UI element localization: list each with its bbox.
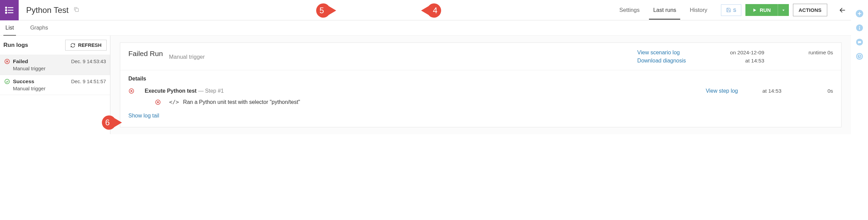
annotation-marker-5: 5: [315, 3, 337, 18]
run-status: Failed: [13, 58, 28, 65]
rail-add-icon[interactable]: [855, 10, 864, 18]
fail-icon: [4, 58, 10, 65]
step-time: at 14:53: [738, 88, 806, 94]
info-icon: [856, 24, 863, 32]
svg-marker-7: [754, 8, 756, 12]
rail-chat-icon[interactable]: [855, 38, 864, 46]
svg-point-2: [5, 10, 7, 11]
detail-title: Failed Run: [128, 50, 163, 58]
chat-icon: [856, 38, 863, 46]
refresh-label: REFRESH: [78, 42, 102, 48]
step-number: — Step #1: [197, 88, 224, 94]
refresh-button[interactable]: REFRESH: [65, 40, 107, 51]
run-dropdown[interactable]: [778, 4, 789, 16]
svg-point-0: [5, 7, 7, 8]
page-title: Python Test: [26, 5, 69, 15]
run-button[interactable]: RUN: [745, 4, 778, 16]
svg-point-24: [859, 26, 860, 27]
annotation-marker-6: 6: [101, 115, 123, 130]
save-button[interactable]: S: [721, 4, 741, 16]
step-name: Execute Python test: [145, 88, 197, 94]
code-icon: </>: [169, 99, 179, 105]
refresh-icon: [70, 43, 75, 48]
svg-rect-25: [859, 28, 860, 30]
subnav-graphs[interactable]: Graphs: [30, 20, 48, 35]
fail-icon: [155, 99, 161, 105]
detail-date: on 2024-12-09: [730, 50, 764, 56]
details-heading: Details: [128, 76, 833, 82]
svg-point-4: [5, 12, 7, 13]
menu-toggle[interactable]: [0, 0, 19, 20]
svg-point-13: [5, 79, 10, 84]
fail-icon: [128, 88, 134, 94]
runlogs-heading: Run logs: [3, 42, 28, 49]
run-timestamp: Dec. 9 14:53:43: [71, 59, 106, 64]
detail-time: at 14:53: [730, 58, 764, 64]
plus-circle-icon: [855, 10, 864, 18]
substep-text: Ran a Python unit test with selector "py…: [183, 99, 300, 105]
caret-down-icon: [781, 8, 785, 12]
download-diagnosis-link[interactable]: Download diagnosis: [637, 58, 686, 64]
success-icon: [4, 78, 10, 85]
run-trigger: Manual trigger: [4, 66, 106, 71]
run-timestamp: Dec. 9 14:51:57: [71, 79, 106, 84]
clock-icon: [856, 53, 863, 60]
rail-info-icon[interactable]: [855, 24, 864, 32]
actions-button[interactable]: ACTIONS: [793, 4, 828, 16]
svg-rect-6: [75, 8, 78, 12]
run-item[interactable]: Success Dec. 9 14:51:57 Manual trigger: [0, 75, 110, 95]
run-label: RUN: [760, 7, 771, 13]
play-icon: [752, 8, 757, 13]
run-item[interactable]: Failed Dec. 9 14:53:43 Manual trigger: [0, 55, 110, 75]
tab-history[interactable]: History: [690, 1, 707, 19]
copy-icon[interactable]: [73, 6, 79, 14]
svg-marker-8: [782, 10, 784, 11]
save-label: S: [733, 7, 736, 13]
run-status: Success: [13, 78, 34, 85]
step-duration: 0s: [806, 88, 833, 94]
annotation-marker-4: 4: [420, 3, 442, 18]
subnav-list[interactable]: List: [5, 20, 14, 35]
tab-last-runs[interactable]: Last runs: [653, 1, 676, 19]
view-scenario-log-link[interactable]: View scenario log: [637, 50, 686, 56]
rail-history-icon[interactable]: [855, 52, 864, 60]
back-arrow[interactable]: [834, 0, 851, 20]
tab-settings[interactable]: Settings: [619, 1, 640, 19]
run-trigger: Manual trigger: [4, 86, 106, 91]
show-log-tail-link[interactable]: Show log tail: [128, 113, 159, 119]
detail-subtitle: Manual trigger: [169, 54, 205, 60]
view-step-log-link[interactable]: View step log: [706, 88, 738, 94]
detail-runtime: runtime 0s: [809, 50, 833, 56]
save-icon: [726, 7, 731, 13]
